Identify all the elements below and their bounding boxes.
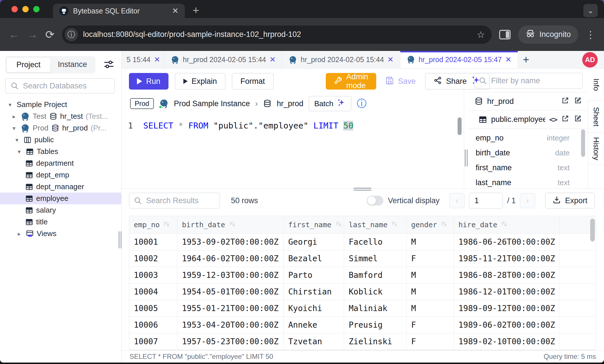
sort-icon[interactable] [335,220,342,230]
tree-item-table-department[interactable]: department [0,157,121,169]
vertical-display-toggle[interactable] [367,196,383,205]
close-icon[interactable]: ✕ [154,55,160,64]
forward-icon[interactable]: → [27,28,38,41]
sort-icon[interactable] [440,220,448,230]
schema-icon [23,136,32,144]
tree-item-table-employee[interactable]: employee [0,193,121,204]
sql-editor[interactable]: 1 SELECT * FROM "public"."employee" LIMI… [121,113,464,189]
query-tab-1[interactable]: 5 15:44✕ [121,51,164,68]
page-input[interactable]: 1 [469,193,503,209]
column-header-emp_no[interactable]: emp_no [129,216,177,234]
sort-icon[interactable] [163,220,170,230]
database-icon [474,97,483,106]
site-info-icon[interactable]: ⓘ [65,28,78,41]
search-results-input[interactable]: Search Results [129,193,220,209]
run-button[interactable]: Run [129,73,168,90]
sql-token [183,121,188,130]
tree-item-label: employee [36,194,68,203]
close-icon[interactable]: ✕ [270,55,276,64]
avatar[interactable]: AD [582,52,598,68]
window-close-button[interactable] [11,6,18,12]
caret-right-icon[interactable]: ▸ [15,230,23,237]
tab-history[interactable]: History [588,133,604,165]
bytebase-app: Project Instance Search Databases ▾ Samp… [0,51,604,363]
schema-database-row[interactable]: hr_prod [469,92,588,110]
close-icon[interactable]: ✕ [387,55,394,64]
tree-item-project[interactable]: ▾ Sample Project [0,99,121,110]
caret-down-icon[interactable]: ▾ [15,148,23,155]
caret-down-icon[interactable]: ▾ [13,136,21,143]
explain-button[interactable]: Explain [175,73,226,90]
tab-info[interactable]: Info [588,69,604,101]
sort-icon[interactable] [229,220,236,230]
format-button[interactable]: Format [232,73,274,90]
side-panel-icon[interactable] [499,30,511,39]
reload-icon[interactable]: ⟳ [45,28,54,41]
table-icon [25,183,33,191]
caret-down-icon[interactable]: ▾ [10,125,18,132]
edit-icon[interactable] [574,114,582,125]
window-minimize-button[interactable] [22,6,29,12]
filter-settings-icon[interactable] [103,58,115,72]
column-header-gender[interactable]: gender [407,216,454,234]
caret-right-icon[interactable]: ▸ [10,113,18,120]
tree-item-table-title[interactable]: title [0,216,121,228]
tab-close-icon[interactable]: ✕ [172,6,179,15]
external-link-icon[interactable] [561,96,570,107]
column-header-hire_date[interactable]: hire_date [454,216,560,234]
schema-scrollbar[interactable] [581,129,585,157]
database-name[interactable]: hr_prod [277,99,303,108]
edit-icon[interactable] [574,96,582,107]
batch-button[interactable]: Batch [309,96,352,111]
info-icon[interactable]: ⓘ [357,97,366,110]
results-scrollbar[interactable] [590,219,595,242]
add-query-tab-button[interactable]: + [518,51,534,68]
url-bar[interactable]: ⓘ localhost:8080/sql-editor/prod-sample-… [62,25,492,44]
schema-table-row[interactable]: public.employee <> [469,110,588,129]
tree-item-views[interactable]: ▸ Views [0,228,121,240]
panel-resize-handle[interactable] [465,149,468,167]
search-databases-input[interactable]: Search Databases [5,78,115,94]
external-link-icon[interactable] [561,114,570,125]
tab-instance[interactable]: Instance [51,57,95,72]
query-tab-3[interactable]: hr_prod 2024-02-05 15:44✕ [282,51,400,68]
sort-icon[interactable] [391,220,398,230]
tree-item-schema-public[interactable]: ▾ public [0,134,121,146]
bookmark-star-icon[interactable]: ☆ [477,29,489,40]
sidebar-resize-handle[interactable] [119,231,121,248]
browser-tab[interactable]: Bytebase SQL Editor ✕ [53,4,185,18]
results-resize-handle[interactable] [354,188,371,191]
tab-search-button[interactable]: ⌄ [583,4,598,17]
new-tab-button[interactable]: + [193,3,199,17]
table-row-1: 100011953-09-02T00:00:00ZGeorgiFacelloM1… [129,234,596,250]
filter-by-name-input[interactable]: Filter by name [474,73,583,89]
export-button[interactable]: Export [545,193,595,209]
tree-item-table-dept_emp[interactable]: dept_emp [0,169,121,181]
next-page-button[interactable]: › [520,193,535,208]
tab-sheet[interactable]: Sheet [588,101,604,133]
column-header-birth_date[interactable]: birth_date [177,216,284,234]
tree-item-hr-test[interactable]: ▸ Test hr_test (Test... [0,110,121,122]
editor-scrollbar[interactable] [458,117,462,135]
column-header-last_name[interactable]: last_name [344,216,407,234]
caret-down-icon[interactable]: ▾ [6,101,14,108]
close-icon[interactable]: ✕ [505,55,511,64]
tree-item-table-salary[interactable]: salary [0,204,121,216]
tab-project[interactable]: Project [6,57,51,72]
table-cell: 1964-06-02T00:00:00Z [177,250,284,267]
sort-icon[interactable] [501,220,508,230]
window-zoom-button[interactable] [33,6,40,12]
back-icon[interactable]: ← [9,28,19,41]
tree-item-tables[interactable]: ▾ Tables [0,146,121,157]
tree-item-table-dept_manager[interactable]: dept_manager [0,181,121,193]
query-tab-2[interactable]: hr_prod 2024-02-05 15:44✕ [164,51,282,68]
query-tab-4[interactable]: hr_prod 2024-02-05 15:47✕ [400,51,518,68]
column-header-first_name[interactable]: first_name [284,216,344,234]
admin-mode-button[interactable]: Admin mode [326,73,376,90]
prev-page-button[interactable]: ‹ [449,193,465,208]
code-icon[interactable]: <> [549,115,557,124]
browser-menu-icon[interactable]: ⋮ [586,29,595,40]
instance-name[interactable]: Prod Sample Instance [174,99,250,108]
tree-item-hr-prod[interactable]: ▾ Prod hr_prod (Pr... [0,122,121,134]
save-button[interactable]: Save [383,73,419,90]
